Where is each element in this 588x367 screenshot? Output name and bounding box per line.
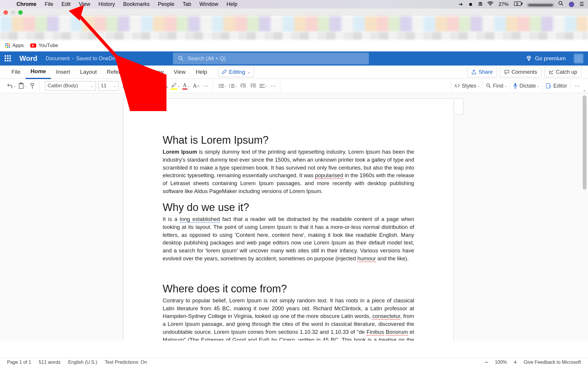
comments-button[interactable]: Comments — [500, 67, 542, 77]
increase-indent-button[interactable] — [249, 81, 257, 90]
battery-icon[interactable] — [514, 1, 523, 7]
app-launcher-icon[interactable] — [5, 55, 11, 62]
minimize-window-button[interactable] — [11, 10, 15, 15]
italic-button[interactable]: I — [151, 81, 159, 90]
clock-blurred: ▬▬▬▬▬ — [528, 1, 553, 7]
zoom-out-button[interactable]: − — [485, 358, 489, 366]
tab-insert[interactable]: Insert — [51, 66, 75, 78]
app-name[interactable]: Chrome — [12, 1, 41, 7]
status-page[interactable]: Page 1 of 1 — [7, 360, 31, 365]
menu-bookmarks[interactable]: Bookmarks — [119, 1, 154, 7]
search-box[interactable]: Search (Alt + Q) — [173, 53, 369, 64]
dictate-button[interactable]: Dictate⌄ — [513, 81, 539, 90]
zoom-in-button[interactable]: + — [513, 358, 517, 366]
control-center-icon[interactable]: ☰ — [579, 1, 584, 7]
paragraph-3: Contrary to popular belief, Lorem Ipsum … — [163, 297, 414, 341]
collapse-ribbon-icon[interactable]: ⌄ — [583, 88, 586, 92]
shrink-font-button[interactable]: Aˇ — [131, 81, 139, 90]
wifi-icon[interactable] — [487, 1, 493, 7]
format-painter-button[interactable] — [29, 81, 36, 90]
svg-line-4 — [562, 4, 563, 6]
editing-mode-button[interactable]: Editing ⌄ — [218, 67, 254, 77]
status-icon-m[interactable]: ᗰ — [479, 1, 482, 7]
menu-tab[interactable]: Tab — [179, 1, 195, 7]
scroll-thumb[interactable] — [583, 95, 587, 190]
grow-font-button[interactable]: Aˆ — [121, 81, 129, 90]
status-language[interactable]: English (U.S.) — [68, 360, 97, 365]
find-label: Find — [493, 83, 503, 89]
menu-people[interactable]: People — [154, 1, 179, 7]
document-page[interactable]: What is Lorem Ipsum? Lorem Ipsum is simp… — [123, 98, 454, 341]
styles-button[interactable]: AStyles⌄ — [454, 81, 480, 90]
bullets-button[interactable]: ⌄ — [218, 81, 226, 90]
highlight-button[interactable]: 🖊⌄ — [171, 81, 180, 90]
menu-window[interactable]: Window — [195, 1, 222, 7]
zoom-level[interactable]: 100% — [495, 360, 507, 365]
go-premium-button[interactable]: Go premium — [526, 55, 566, 62]
more-para-button[interactable]: ⋯ — [269, 81, 277, 90]
font-family-selector[interactable]: Calibri (Body) ⌄ — [45, 81, 96, 91]
account-avatar[interactable] — [574, 54, 583, 63]
font-size-value: 11 — [101, 83, 111, 89]
menu-history[interactable]: History — [94, 1, 119, 7]
title-separator: - — [72, 56, 74, 62]
spotlight-icon[interactable] — [558, 1, 564, 8]
decrease-indent-button[interactable] — [239, 81, 247, 90]
feedback-link[interactable]: Give Feedback to Microsoft — [524, 360, 581, 365]
menu-edit[interactable]: Edit — [57, 1, 75, 7]
tab-view[interactable]: View — [169, 66, 191, 78]
svg-line-6 — [181, 59, 183, 61]
siri-icon[interactable] — [569, 2, 574, 7]
blurred-address-bar — [0, 32, 588, 40]
editing-mode-label: Editing — [229, 69, 245, 75]
menu-file[interactable]: File — [41, 1, 57, 7]
styles-label: Styles — [462, 83, 476, 89]
close-window-button[interactable] — [4, 10, 8, 15]
svg-text:3: 3 — [229, 86, 230, 88]
align-button[interactable]: ⌄ — [259, 81, 267, 90]
tab-home[interactable]: Home — [26, 65, 51, 79]
bookmark-apps[interactable]: Apps — [5, 43, 24, 48]
pen-icon — [222, 70, 226, 74]
editor-button[interactable]: Editor — [546, 81, 567, 90]
bookmark-apps-label: Apps — [12, 43, 24, 48]
vertical-scrollbar[interactable] — [582, 94, 587, 335]
paste-button[interactable]: ⌄ — [18, 81, 26, 90]
more-font-button[interactable]: ⋯ — [202, 81, 210, 90]
maximize-window-button[interactable] — [18, 10, 23, 15]
svg-rect-2 — [522, 3, 522, 5]
tab-references[interactable]: References — [102, 66, 140, 78]
bookmark-youtube-label: YouTube — [39, 43, 58, 48]
share-button[interactable]: Share — [467, 67, 497, 77]
document-title-area[interactable]: Document - Saved to OneDrive ⌄ — [46, 56, 126, 62]
catch-up-button[interactable]: Catch up — [544, 67, 582, 77]
paragraph-2: It is a long established fact that a rea… — [163, 215, 414, 263]
catch-up-icon — [549, 70, 554, 74]
save-status: Saved to OneDrive — [76, 56, 121, 62]
status-predictions[interactable]: Text Predictions: On — [105, 360, 147, 365]
status-icon-1[interactable]: ➔ — [459, 1, 463, 7]
svg-rect-33 — [514, 83, 516, 86]
numbering-button[interactable]: 123⌄ — [229, 81, 237, 90]
menu-view[interactable]: View — [75, 1, 94, 7]
underline-button[interactable]: U⌄ — [161, 81, 169, 90]
tab-layout[interactable]: Layout — [75, 66, 102, 78]
bold-button[interactable]: B — [141, 81, 149, 90]
share-icon — [472, 70, 476, 74]
more-commands-button[interactable]: ⋯ — [573, 81, 581, 90]
find-button[interactable]: Find⌄ — [486, 81, 507, 90]
heading-3: Where does it come from? — [163, 283, 414, 295]
tab-help[interactable]: Help — [191, 66, 212, 78]
menu-help[interactable]: Help — [222, 1, 241, 7]
product-name[interactable]: Word — [19, 54, 37, 63]
bookmark-youtube[interactable]: YouTube — [30, 43, 58, 48]
status-words[interactable]: 511 words — [39, 360, 61, 365]
font-color-button[interactable]: A⌄ — [182, 81, 190, 90]
tab-review[interactable]: Review — [140, 66, 169, 78]
font-size-selector[interactable]: 11 ⌄ — [98, 81, 119, 91]
window-controls — [0, 9, 588, 16]
clear-formatting-button[interactable]: A◇ — [192, 81, 200, 90]
undo-button[interactable]: ⌄ — [7, 81, 16, 90]
status-icon-face[interactable]: ☻ — [468, 1, 473, 7]
tab-file[interactable]: File — [6, 66, 26, 78]
